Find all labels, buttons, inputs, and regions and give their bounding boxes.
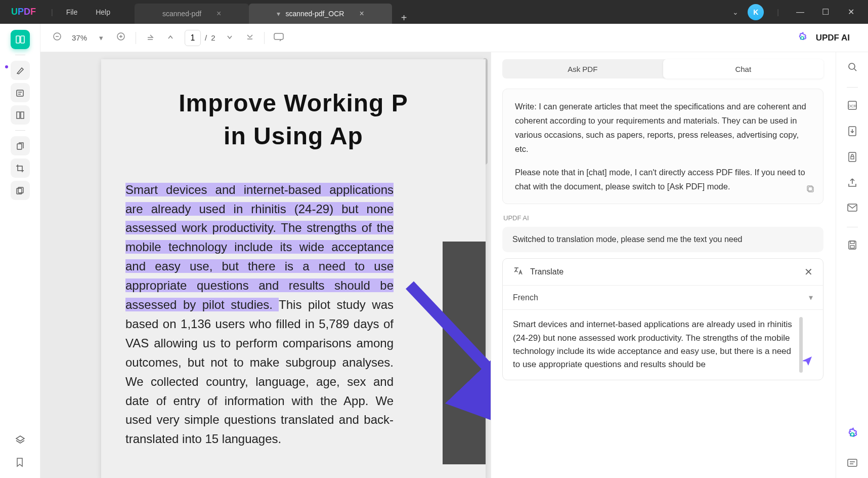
separator — [847, 87, 858, 88]
svg-rect-21 — [848, 204, 857, 211]
pdf-page: Improve Working P in Using Ap Smart devi… — [101, 59, 486, 478]
page-indicator: / 2 — [185, 30, 215, 46]
svg-rect-5 — [17, 144, 22, 149]
separator — [15, 130, 25, 131]
close-translate-button[interactable]: ✕ — [804, 266, 813, 278]
edit-text-icon — [15, 88, 25, 98]
convert-icon[interactable] — [847, 126, 857, 139]
right-toolbar: OCR — [836, 52, 868, 478]
translate-input-text[interactable]: Smart devices and internet-based applica… — [513, 318, 794, 371]
bookmark-icon[interactable] — [15, 457, 26, 470]
layers-icon[interactable] — [15, 434, 26, 448]
tab-favicon-icon: ▾ — [277, 10, 280, 18]
msg-note: Please note that in [chat] mode, I can't… — [515, 165, 811, 193]
close-window-button[interactable]: ✕ — [843, 7, 859, 17]
redact-tool[interactable] — [11, 181, 30, 200]
svg-rect-2 — [17, 90, 23, 96]
tab-chat[interactable]: Chat — [663, 59, 824, 78]
page-total: 2 — [211, 33, 215, 42]
left-toolbar — [0, 24, 40, 478]
ocr-icon[interactable]: OCR — [847, 100, 858, 113]
next-page-button[interactable] — [224, 33, 236, 42]
svg-rect-0 — [16, 36, 20, 43]
reader-tool[interactable] — [11, 30, 30, 49]
save-icon[interactable] — [847, 240, 857, 253]
menu-file[interactable]: File — [57, 8, 87, 16]
tab-scanned-pdf-ocr[interactable]: ▾ scanned-pdf_OCR × — [249, 4, 392, 24]
svg-rect-24 — [850, 246, 854, 248]
email-icon[interactable] — [847, 203, 858, 215]
svg-point-11 — [801, 36, 803, 39]
maximize-button[interactable]: ☐ — [817, 7, 834, 17]
last-page-button[interactable] — [244, 33, 256, 43]
comment-tool[interactable] — [11, 61, 30, 80]
divider: | — [47, 8, 57, 16]
title-bar: UPDF | File Help scanned-pdf × ▾ scanned… — [0, 0, 868, 24]
ai-message: Write: I can generate articles that meet… — [502, 89, 823, 204]
edit-tool[interactable] — [11, 83, 30, 102]
zoom-out-button[interactable] — [52, 32, 64, 44]
presentation-button[interactable] — [273, 32, 285, 43]
zoom-dropdown[interactable]: ▾ — [95, 33, 107, 43]
tab-ask-pdf[interactable]: Ask PDF — [502, 59, 663, 78]
page-tool[interactable] — [11, 105, 30, 125]
svg-rect-20 — [851, 156, 854, 159]
minimize-button[interactable]: — — [792, 8, 808, 17]
copy-icon[interactable] — [806, 183, 815, 197]
mode-message: Switched to translation mode, please sen… — [502, 227, 823, 252]
chevron-down-icon[interactable]: ⌄ — [732, 8, 739, 16]
organize-tool[interactable] — [11, 136, 30, 155]
ai-mode-tabs: Ask PDF Chat — [502, 59, 823, 78]
document-viewer[interactable]: Improve Working P in Using Ap Smart devi… — [40, 52, 491, 478]
user-avatar[interactable]: K — [748, 4, 764, 20]
tab-scanned-pdf[interactable]: scanned-pdf × — [135, 4, 249, 24]
book-icon — [15, 34, 25, 45]
menu-help[interactable]: Help — [86, 8, 119, 16]
page-number-input[interactable] — [185, 30, 201, 46]
divider: | — [773, 8, 783, 16]
translate-card: Translate ✕ French ▾ Smart devices and i… — [502, 258, 823, 380]
ai-panel-title: UPDF AI — [816, 33, 850, 43]
tab-label: scanned-pdf — [162, 10, 201, 18]
app-logo: UPDF — [0, 7, 47, 17]
new-tab-button[interactable]: + — [392, 12, 416, 24]
body-rest: This pilot study was based on 1,136 user… — [125, 298, 394, 446]
svg-point-15 — [849, 63, 855, 69]
msg-write: Write: I can generate articles that meet… — [515, 99, 811, 156]
zoom-in-button[interactable] — [115, 32, 127, 44]
svg-rect-1 — [21, 36, 24, 43]
close-icon[interactable]: × — [359, 9, 364, 18]
separator — [15, 55, 25, 55]
close-icon[interactable]: × — [216, 9, 221, 18]
language-select[interactable]: French ▾ — [503, 285, 823, 309]
svg-rect-4 — [21, 112, 24, 118]
zoom-level: 37% — [72, 33, 87, 42]
scrollbar[interactable] — [799, 317, 803, 373]
ai-label: UPDF AI — [503, 214, 823, 222]
language-value: French — [513, 293, 538, 302]
separator — [847, 227, 858, 227]
document-tabs: scanned-pdf × ▾ scanned-pdf_OCR × + — [135, 0, 416, 24]
svg-text:OCR: OCR — [848, 104, 857, 108]
translate-icon — [513, 266, 523, 278]
svg-point-25 — [850, 433, 853, 436]
separator — [264, 32, 265, 44]
annotation-arrow — [405, 280, 491, 396]
doc-body-text[interactable]: Smart devices and internet-based applica… — [125, 180, 394, 449]
first-page-button[interactable] — [144, 33, 156, 43]
translate-title: Translate — [530, 267, 563, 276]
ai-assistant-icon[interactable] — [845, 427, 860, 442]
crop-icon — [15, 164, 25, 173]
svg-rect-3 — [17, 112, 20, 118]
highlighted-text: Smart devices and internet-based applica… — [125, 183, 394, 311]
svg-rect-19 — [849, 152, 856, 162]
notes-icon[interactable] — [847, 458, 858, 471]
protect-icon[interactable] — [847, 151, 857, 165]
search-icon[interactable] — [847, 61, 858, 75]
crop-tool[interactable] — [11, 158, 30, 178]
updf-ai-icon — [796, 31, 809, 45]
separator — [136, 32, 136, 44]
prev-page-button[interactable] — [164, 33, 177, 42]
share-icon[interactable] — [847, 177, 858, 191]
svg-rect-26 — [848, 459, 857, 466]
